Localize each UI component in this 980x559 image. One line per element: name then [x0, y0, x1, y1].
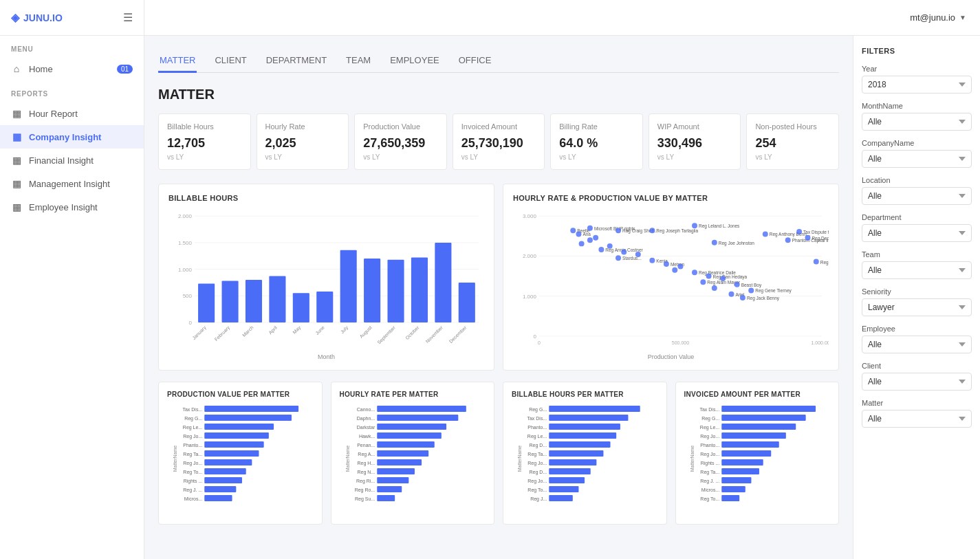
svg-rect-191	[721, 486, 745, 492]
svg-point-92	[763, 231, 768, 237]
svg-point-82	[587, 226, 593, 231]
employee-insight-label: Employee Insight	[29, 202, 98, 212]
svg-text:Reg A...: Reg A...	[358, 452, 375, 457]
filter-select-seniority[interactable]: AlleLawyerSeniorJunior	[862, 298, 972, 316]
main: mt@junu.io ▼ MATTER CLIENT DEPARTMENT TE…	[144, 0, 980, 559]
svg-text:MatterName: MatterName	[690, 446, 695, 472]
filter-label: CompanyName	[862, 139, 972, 147]
filters-panel: FILTERS Year2016201720182019MonthNameAll…	[853, 36, 980, 559]
filter-group-team: TeamAlle	[862, 250, 972, 279]
sidebar-item-employee-insight[interactable]: ▦ Employee Insight	[0, 195, 144, 219]
sidebar-item-hour-report[interactable]: ▦ Hour Report	[0, 102, 144, 125]
svg-text:Reg J. ...: Reg J. ...	[700, 479, 719, 484]
svg-rect-22	[340, 250, 357, 322]
svg-rect-160	[549, 450, 603, 457]
svg-text:September: September	[376, 325, 397, 345]
metric-label: WIP Amount	[657, 122, 732, 131]
svg-text:Tax Dispute transfer pricing D: Tax Dispute transfer pricing Doca A/S	[803, 230, 829, 235]
tab-department[interactable]: DEPARTMENT	[265, 50, 328, 73]
svg-text:2.000: 2.000	[178, 213, 193, 219]
user-email: mt@junu.io	[910, 12, 955, 23]
billable-hours-per-matter-chart: BILLABLE HOURS PER MATTER Reg G...Tax Di…	[503, 382, 667, 525]
sidebar-item-home[interactable]: ⌂ Home 01	[0, 57, 144, 80]
svg-rect-135	[377, 441, 435, 448]
filter-select-department[interactable]: Alle	[862, 224, 972, 242]
svg-text:Reg To...: Reg To...	[527, 487, 547, 493]
svg-point-75	[712, 285, 717, 291]
tab-matter[interactable]: MATTER	[158, 50, 197, 73]
svg-rect-164	[549, 468, 590, 474]
svg-rect-118	[204, 468, 246, 474]
svg-rect-131	[377, 424, 446, 430]
svg-rect-141	[377, 468, 415, 474]
svg-point-51	[593, 235, 598, 241]
svg-text:1.000: 1.000	[523, 294, 537, 300]
svg-text:MatterName: MatterName	[517, 446, 522, 472]
svg-rect-26	[387, 260, 404, 322]
hourly-rate-title: HOURLY RATE PER MATTER	[340, 391, 486, 398]
management-insight-label: Management Insight	[29, 179, 110, 189]
filter-group-year: Year2016201720182019	[862, 65, 972, 94]
svg-text:Reg J...: Reg J...	[530, 496, 547, 502]
metric-vs: vs LY	[755, 153, 830, 161]
svg-point-62	[664, 261, 669, 267]
sidebar-header: ◈ JUNU.IO ☰	[0, 0, 144, 36]
svg-text:Reg J. ...: Reg J. ...	[183, 487, 202, 493]
svg-rect-124	[204, 495, 232, 501]
filter-group-employee: EmployeeAlle	[862, 325, 972, 353]
svg-point-50	[587, 237, 593, 243]
financial-insight-icon: ▦	[11, 155, 22, 166]
svg-rect-183	[721, 450, 771, 457]
filter-select-team[interactable]: Alle	[862, 261, 972, 279]
filter-select-monthname[interactable]: AlleJanuaryFebruaryMarch	[862, 113, 972, 131]
sidebar-item-financial-insight[interactable]: ▦ Financial Insight	[0, 149, 144, 172]
logo[interactable]: ◈ JUNU.IO	[11, 11, 63, 24]
svg-text:1.000: 1.000	[178, 267, 193, 273]
page-title: MATTER	[158, 87, 839, 102]
filter-select-location[interactable]: Alle	[862, 187, 972, 205]
topbar: mt@junu.io ▼	[144, 0, 980, 36]
sidebar-item-company-insight[interactable]: ▦ Company Insight	[0, 125, 144, 149]
svg-text:Reg Le...: Reg Le...	[699, 425, 719, 430]
filter-group-seniority: SeniorityAlleLawyerSeniorJunior	[862, 287, 972, 316]
svg-text:Reg N...: Reg N...	[357, 470, 375, 475]
svg-text:Reg Jo...: Reg Jo...	[700, 434, 719, 439]
tab-office[interactable]: OFFICE	[457, 50, 493, 73]
svg-text:Reg Ta...: Reg Ta...	[183, 452, 202, 457]
svg-text:Reg Jo...: Reg Jo...	[183, 461, 202, 466]
hamburger-button[interactable]: ☰	[123, 11, 133, 24]
tab-team[interactable]: TEAM	[345, 50, 372, 73]
sidebar-item-management-insight[interactable]: ▦ Management Insight	[0, 172, 144, 195]
svg-point-98	[814, 259, 819, 265]
svg-text:February: February	[214, 325, 232, 342]
filter-select-companyname[interactable]: Alle	[862, 150, 972, 168]
svg-rect-166	[549, 477, 585, 483]
svg-rect-181	[721, 441, 779, 448]
svg-text:MatterName: MatterName	[173, 446, 177, 472]
svg-rect-112	[204, 441, 263, 448]
filter-group-companyname: CompanyNameAlle	[862, 139, 972, 168]
svg-text:Ana: Ana	[582, 232, 591, 237]
filter-select-year[interactable]: 2016201720182019	[862, 76, 972, 94]
metric-value: 27,650,359	[363, 136, 438, 151]
svg-rect-106	[204, 415, 292, 421]
svg-text:Reg Le...: Reg Le...	[527, 434, 547, 439]
user-menu[interactable]: mt@junu.io ▼	[910, 12, 966, 23]
billable-hours-chart-area: 05001.0001.5002.000JanuaryFebruaryMarchA…	[168, 209, 484, 360]
svg-rect-168	[549, 486, 578, 492]
tab-employee[interactable]: EMPLOYEE	[389, 50, 441, 73]
filter-select-employee[interactable]: Alle	[862, 336, 972, 353]
svg-text:Reg Joseph Tartaglia: Reg Joseph Tartaglia	[656, 228, 698, 234]
tab-client[interactable]: CLIENT	[213, 50, 248, 73]
svg-text:Reg Jack Benny: Reg Jack Benny	[747, 296, 780, 301]
svg-text:Rights ...: Rights ...	[700, 461, 719, 466]
svg-rect-185	[721, 459, 763, 465]
filter-select-matter[interactable]: Alle	[862, 410, 972, 428]
svg-rect-32	[459, 283, 475, 322]
svg-text:Reg G...: Reg G...	[701, 416, 719, 421]
filter-select-client[interactable]: Alle	[862, 373, 972, 391]
svg-point-78	[728, 292, 734, 297]
svg-text:Reg G...: Reg G...	[184, 416, 202, 421]
filter-label: Matter	[862, 399, 972, 407]
svg-rect-193	[721, 495, 739, 501]
